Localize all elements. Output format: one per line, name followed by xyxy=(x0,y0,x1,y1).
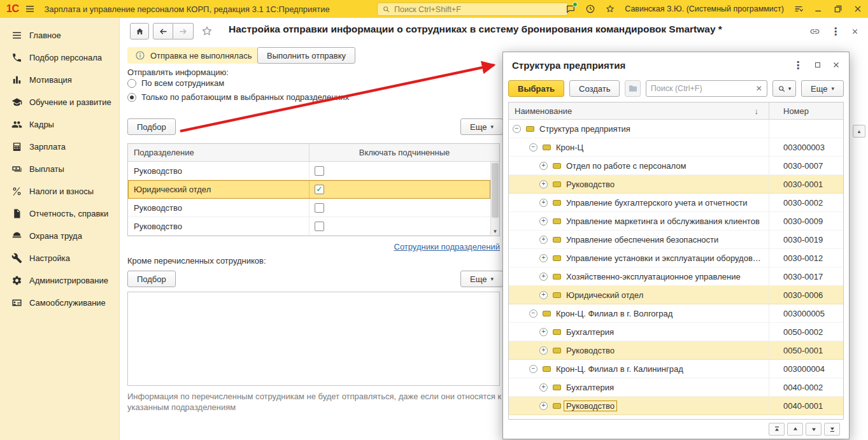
dialog-maximize-icon[interactable] xyxy=(814,61,822,69)
sidebar-item-ohrana-truda[interactable]: Охрана труда xyxy=(0,225,119,247)
more-employees-button[interactable]: Еще▾ xyxy=(460,271,503,287)
tree-row[interactable]: +Юридический отдел0030-0006 xyxy=(509,286,843,304)
tree-row[interactable]: +Управление установки и эксплуатации обо… xyxy=(509,249,843,267)
more-menu-icon[interactable]: ⋮ xyxy=(830,25,841,38)
go-down-button[interactable] xyxy=(806,423,822,436)
create-group-folder-icon[interactable] xyxy=(625,80,640,97)
more-departments-button[interactable]: Еще▾ xyxy=(460,118,503,135)
restore-window-icon[interactable] xyxy=(833,4,843,14)
tree-row[interactable]: +Управление маркетинга и обслуживания кл… xyxy=(509,212,843,231)
table-row[interactable]: Юридический отдел xyxy=(128,180,490,199)
form-scroll-button[interactable]: ▴ xyxy=(853,125,865,138)
scroll-down-icon[interactable]: ▼ xyxy=(491,229,499,235)
go-to-bottom-button[interactable] xyxy=(824,423,840,436)
dialog-search-input[interactable] xyxy=(651,84,753,93)
column-header-number[interactable]: Номер xyxy=(769,103,843,119)
tree-row[interactable]: −Крон-Ц. Филиал в г. Волгоград003000005 xyxy=(509,304,843,323)
tree-row[interactable]: +Руководство0040-0001 xyxy=(509,397,843,415)
notifications-icon[interactable] xyxy=(566,4,576,14)
include-subordinates-checkbox[interactable] xyxy=(315,203,324,213)
include-subordinates-checkbox[interactable] xyxy=(315,185,324,194)
create-button[interactable]: Создать xyxy=(569,80,620,97)
sidebar-item-zarplata[interactable]: Зарплата xyxy=(0,136,119,158)
expand-icon[interactable]: + xyxy=(539,199,548,207)
table-row[interactable]: Руководство xyxy=(128,199,490,217)
dialog-close-icon[interactable] xyxy=(832,61,840,69)
include-subordinates-checkbox[interactable] xyxy=(315,166,324,176)
collapse-icon[interactable]: − xyxy=(529,365,537,373)
go-up-button[interactable] xyxy=(787,423,803,436)
get-link-icon[interactable] xyxy=(809,26,820,37)
expand-icon[interactable]: + xyxy=(539,328,548,336)
expand-icon[interactable]: + xyxy=(539,217,548,225)
tree-row[interactable]: +Управление бухгалтерского учета и отчет… xyxy=(509,194,843,212)
column-header-department[interactable]: Подразделение xyxy=(128,144,309,161)
table-row[interactable]: Руководство xyxy=(128,162,490,180)
current-user[interactable]: Савинская З.Ю. (Системный программист) xyxy=(625,4,784,13)
history-icon[interactable] xyxy=(585,4,595,14)
global-search-input[interactable] xyxy=(394,5,563,14)
table-row[interactable]: Руководство xyxy=(128,217,490,236)
collapse-icon[interactable]: − xyxy=(529,309,537,318)
sidebar-item-otchetnost-spravki[interactable]: Отчетность, справки xyxy=(0,202,119,225)
pick-departments-button[interactable]: Подбор xyxy=(127,118,176,135)
expand-icon[interactable]: + xyxy=(539,254,548,262)
collapse-icon[interactable]: − xyxy=(513,125,521,133)
pick-employees-button[interactable]: Подбор xyxy=(127,271,176,287)
favorites-star-icon[interactable] xyxy=(605,4,615,14)
excluded-employees-list[interactable] xyxy=(127,292,500,386)
column-header-include-subordinates[interactable]: Включать подчиненные xyxy=(309,144,499,161)
search-options-button[interactable]: ▾ xyxy=(772,80,796,97)
sidebar-item-vyplaty[interactable]: Выплаты xyxy=(0,158,119,180)
main-menu-icon[interactable] xyxy=(25,4,35,14)
dialog-search[interactable]: ✕ xyxy=(646,80,767,97)
minimize-icon[interactable] xyxy=(813,4,823,14)
expand-icon[interactable]: + xyxy=(539,402,548,410)
tree-row[interactable]: +Руководство0030-0001 xyxy=(509,175,843,194)
expand-icon[interactable]: + xyxy=(539,383,548,392)
sidebar-item-administrirovanie[interactable]: Администрирование xyxy=(0,269,119,292)
expand-icon[interactable]: + xyxy=(539,291,548,299)
sidebar-item-nastroyka[interactable]: Настройка xyxy=(0,247,119,269)
sidebar-item-samoobsluzhivanie[interactable]: Самообслуживание xyxy=(0,292,119,314)
tree-row[interactable]: +Управление обеспечения безопасности0030… xyxy=(509,231,843,249)
include-subordinates-checkbox[interactable] xyxy=(315,222,324,231)
scrollbar-thumb[interactable] xyxy=(492,163,499,218)
table-scrollbar[interactable]: ▼ xyxy=(490,162,499,236)
close-form-icon[interactable] xyxy=(851,27,859,36)
radio-option-0[interactable]: По всем сотрудникам xyxy=(127,78,224,88)
go-to-top-button[interactable] xyxy=(769,423,785,436)
expand-icon[interactable]: + xyxy=(539,180,548,188)
expand-icon[interactable]: + xyxy=(539,162,548,170)
back-button[interactable] xyxy=(153,23,173,39)
sidebar-item-glavnoe[interactable]: Главное xyxy=(0,24,119,46)
tree-row[interactable]: −Структура предприятия xyxy=(509,120,843,138)
service-menu-icon[interactable] xyxy=(793,4,804,14)
tree-row[interactable]: +Отдел по работе с персоналом0030-0007 xyxy=(509,157,843,175)
sidebar-item-obuchenie-i-razvitie[interactable]: Обучение и развитие xyxy=(0,91,119,113)
dialog-more-button[interactable]: Еще▾ xyxy=(801,80,844,97)
home-button[interactable] xyxy=(130,23,149,39)
sidebar-item-nalogi-i-vznosy[interactable]: Налоги и взносы xyxy=(0,180,119,202)
tree-row[interactable]: +Бухгалтерия0040-0002 xyxy=(509,378,843,397)
tree-row[interactable]: +Руководство0050-0001 xyxy=(509,341,843,360)
tree-row[interactable]: −Крон-Ц003000003 xyxy=(509,138,843,157)
tree-row[interactable]: +Хозяйственно-эксплуатационное управлени… xyxy=(509,267,843,286)
collapse-icon[interactable]: − xyxy=(529,143,537,152)
sidebar-item-motivatsiya[interactable]: Мотивация xyxy=(0,69,119,91)
favorite-form-star-icon[interactable] xyxy=(201,25,213,38)
department-employees-link[interactable]: Сотрудники подразделений xyxy=(127,242,500,252)
tree-row[interactable]: −Крон-Ц. Филиал в г. Калининград00300000… xyxy=(509,360,843,378)
execute-send-button[interactable]: Выполнить отправку xyxy=(257,47,355,64)
expand-icon[interactable]: + xyxy=(539,236,548,244)
dialog-more-menu-icon[interactable]: ⋮ xyxy=(793,59,803,71)
global-search[interactable] xyxy=(377,3,568,16)
select-button[interactable]: Выбрать xyxy=(508,80,564,97)
tree-row[interactable]: +Бухгалтерия0050-0002 xyxy=(509,323,843,341)
clear-search-icon[interactable]: ✕ xyxy=(756,84,762,93)
column-header-name[interactable]: Наименование ↓ xyxy=(509,103,769,119)
expand-icon[interactable]: + xyxy=(539,346,548,355)
sidebar-item-kadry[interactable]: Кадры xyxy=(0,113,119,136)
close-icon[interactable] xyxy=(853,4,863,14)
radio-option-1[interactable]: Только по работающим в выбранных подразд… xyxy=(127,92,349,102)
